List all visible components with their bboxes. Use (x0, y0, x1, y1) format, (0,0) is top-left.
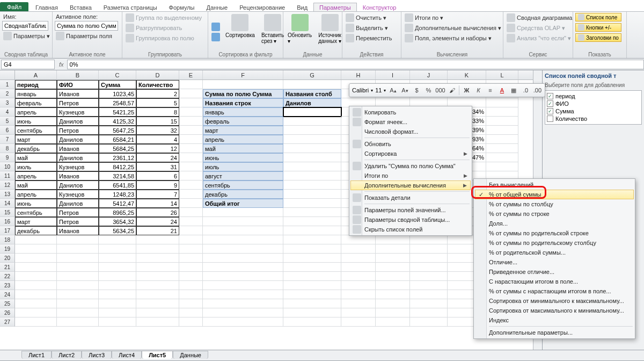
cell-D20[interactable] (136, 254, 179, 263)
cell-G21[interactable] (283, 263, 341, 272)
cell-A25[interactable] (15, 299, 57, 308)
ctx-item[interactable]: Сортировка▶ (350, 149, 471, 158)
cell-A2[interactable]: январь (15, 89, 57, 98)
col-header-A[interactable]: A (15, 70, 57, 80)
sheet-tab-Лист3[interactable]: Лист3 (82, 351, 112, 359)
cell-D24[interactable] (136, 290, 179, 299)
row-header[interactable]: 27 (0, 317, 15, 327)
cell-B10[interactable]: Кузнецов (57, 162, 99, 171)
row-header[interactable]: 13 (0, 190, 15, 199)
row-header[interactable]: 24 (0, 290, 15, 299)
formula-input[interactable] (67, 60, 644, 69)
cell-G16[interactable] (283, 217, 341, 226)
cell-I26[interactable] (376, 308, 410, 317)
mini-size[interactable]: 11 (375, 87, 382, 93)
row-header[interactable]: 6 (0, 126, 15, 135)
cell-F24[interactable] (203, 290, 283, 299)
cell-F14[interactable]: Общий итог (203, 199, 283, 208)
cell-A6[interactable]: сентябрь (15, 126, 57, 135)
cell-B16[interactable]: Петров (57, 217, 99, 226)
sub-item[interactable]: Сортировка от максимального к минимально… (475, 306, 634, 315)
cell-E23[interactable] (179, 281, 203, 290)
cell-A27[interactable] (15, 317, 57, 327)
row-header[interactable]: 23 (0, 281, 15, 290)
cell-F18[interactable] (203, 235, 283, 244)
cell-J27[interactable] (410, 317, 448, 327)
cell-E3[interactable] (179, 98, 203, 107)
sub-item[interactable]: Дополнительные параметры... (475, 328, 634, 337)
cell-D13[interactable]: 7 (136, 190, 179, 199)
cell-E19[interactable] (179, 244, 203, 254)
col-header-E[interactable]: E (179, 70, 203, 80)
field-item-ФИО[interactable]: ✓ФИО (547, 100, 640, 107)
cell-J25[interactable] (410, 299, 448, 308)
tab-Данные[interactable]: Данные (200, 3, 233, 11)
cell-B26[interactable] (57, 308, 99, 317)
cell-D5[interactable]: 15 (136, 117, 179, 126)
cell-L5[interactable] (486, 117, 518, 126)
cell-F13[interactable]: декабрь (203, 190, 283, 199)
cell-G26[interactable] (283, 308, 341, 317)
col-header-C[interactable]: C (99, 70, 136, 80)
mini-increase-font-icon[interactable]: A▴ (388, 85, 398, 95)
cell-G12[interactable] (283, 180, 341, 190)
cell-C14[interactable]: 5412,47 (99, 199, 136, 208)
cell-H27[interactable] (341, 317, 376, 327)
row-header[interactable]: 4 (0, 107, 15, 117)
sub-item[interactable]: Доля... (475, 219, 634, 228)
cell-D9[interactable]: 24 (136, 153, 179, 162)
pivot-options-button[interactable]: Параметры ▾ (2, 31, 51, 41)
col-header-H[interactable]: H (341, 70, 376, 80)
cell-J24[interactable] (410, 290, 448, 299)
cell-J21[interactable] (410, 263, 448, 272)
cell-A17[interactable]: декабрь (15, 226, 57, 235)
cell-C21[interactable] (99, 263, 136, 272)
refresh-button[interactable]: Обновить ▾ (286, 13, 314, 51)
cell-C8[interactable]: 5684,25 (99, 144, 136, 153)
sheet-tab-Лист5[interactable]: Лист5 (142, 351, 173, 359)
ctx-item[interactable]: Итоги по▶ (350, 171, 471, 180)
cell-G18[interactable] (283, 235, 341, 244)
cell-D6[interactable]: 32 (136, 126, 179, 135)
cell-A14[interactable]: июнь (15, 199, 57, 208)
ctx-item[interactable]: Формат ячеек... (350, 117, 471, 127)
row-header[interactable]: 19 (0, 244, 15, 254)
tab-Главная[interactable]: Главная (30, 3, 64, 11)
sheet-tab-Данные[interactable]: Данные (173, 351, 208, 359)
tab-Вставка[interactable]: Вставка (64, 3, 98, 11)
cell-C25[interactable] (99, 299, 136, 308)
tab-Вид[interactable]: Вид (291, 3, 313, 11)
field-item-Сумма[interactable]: ✓Сумма (547, 107, 640, 115)
checkbox-icon[interactable]: ✓ (547, 108, 553, 114)
cell-H25[interactable] (341, 299, 376, 308)
cell-B15[interactable]: Петров (57, 208, 99, 217)
cell-C13[interactable]: 1248,23 (99, 190, 136, 199)
cell-C3[interactable]: 2548,57 (99, 98, 136, 107)
cell-G22[interactable] (283, 272, 341, 281)
cell-B12[interactable]: Данилов (57, 180, 99, 190)
cell-A26[interactable] (15, 308, 57, 317)
cell-B14[interactable]: Данилов (57, 199, 99, 208)
field-headers-toggle[interactable]: Заголовки по (575, 33, 621, 42)
sort-az-icon[interactable] (210, 22, 221, 32)
cell-I18[interactable] (376, 235, 410, 244)
fields-items-button[interactable]: Поля, элементы и наборы ▾ (404, 33, 502, 43)
row-header[interactable]: 20 (0, 254, 15, 263)
cell-F1[interactable] (203, 80, 283, 89)
row-header[interactable]: 22 (0, 272, 15, 281)
cell-A20[interactable] (15, 254, 57, 263)
cell-B11[interactable]: Иванов (57, 171, 99, 180)
cell-C9[interactable]: 2361,12 (99, 153, 136, 162)
ctx-item[interactable]: Параметры полей значений... (350, 205, 471, 215)
cell-F4[interactable]: январь (203, 107, 283, 117)
row-header[interactable]: 26 (0, 308, 15, 317)
cell-B25[interactable] (57, 299, 99, 308)
cell-I23[interactable] (376, 281, 410, 290)
cell-J19[interactable] (410, 244, 448, 254)
select-button[interactable]: Выделить ▾ (345, 23, 393, 33)
move-button[interactable]: Переместить (345, 33, 393, 43)
cell-G24[interactable] (283, 290, 341, 299)
cell-E15[interactable] (179, 208, 203, 217)
cell-L6[interactable] (486, 126, 518, 135)
cell-F16[interactable] (203, 217, 283, 226)
